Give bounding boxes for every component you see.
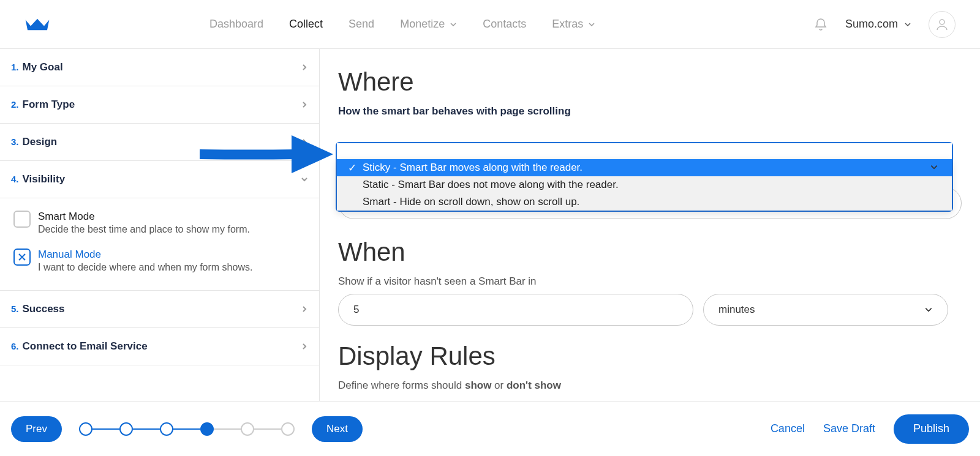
option-manual-mode[interactable]: Manual Mode I want to decide where and w… — [13, 249, 306, 273]
svg-point-0 — [940, 20, 944, 24]
user-avatar[interactable] — [929, 11, 956, 38]
chevron-down-icon — [588, 21, 595, 28]
cancel-button[interactable]: Cancel — [771, 422, 805, 435]
chevron-down-icon — [924, 305, 933, 314]
save-draft-button[interactable]: Save Draft — [823, 422, 875, 435]
prev-button[interactable]: Prev — [11, 416, 62, 442]
publish-button[interactable]: Publish — [894, 414, 969, 444]
where-label: How the smart bar behaves with page scro… — [338, 105, 962, 118]
visibility-options: Smart Mode Decide the best time and plac… — [0, 198, 319, 291]
nav-monetize[interactable]: Monetize — [400, 18, 457, 31]
progress-indicator — [79, 422, 295, 436]
dropdown-option-smart[interactable]: Smart - Hide on scroll down, show on scr… — [337, 193, 952, 211]
progress-step-1[interactable] — [79, 422, 92, 436]
display-rules-heading: Display Rules — [338, 342, 962, 371]
when-heading: When — [338, 237, 962, 267]
notifications-bell-icon[interactable] — [813, 17, 828, 32]
step-success[interactable]: 5.Success — [0, 291, 319, 328]
nav-extras[interactable]: Extras — [552, 18, 595, 31]
content-panel: Where How the smart bar behaves with pag… — [320, 49, 980, 401]
step-form-type[interactable]: 2.Form Type — [0, 86, 319, 124]
nav-dashboard[interactable]: Dashboard — [209, 18, 263, 31]
chevron-down-icon — [904, 21, 911, 28]
next-button[interactable]: Next — [312, 416, 363, 442]
step-design[interactable]: 3.Design — [0, 124, 319, 161]
chevron-right-icon — [301, 101, 308, 108]
progress-step-5[interactable] — [241, 422, 254, 436]
main: 1.My Goal 2.Form Type 3.Design 4.Visibil… — [0, 49, 980, 401]
bottom-bar: Prev Next Cancel Save Draft Publish — [0, 401, 980, 456]
nav-send[interactable]: Send — [349, 18, 374, 31]
option-smart-mode[interactable]: Smart Mode Decide the best time and plac… — [13, 211, 306, 235]
dropdown-option-sticky[interactable]: Sticky - Smart Bar moves along with the … — [337, 159, 952, 176]
chevron-right-icon — [301, 343, 308, 350]
x-icon — [18, 253, 26, 261]
step-my-goal[interactable]: 1.My Goal — [0, 49, 319, 86]
frequency-unit-select[interactable]: minutes — [703, 294, 948, 326]
when-label: Show if a visitor hasn't seen a Smart Ba… — [338, 275, 962, 288]
checkbox-checked[interactable] — [13, 249, 31, 266]
display-rules-desc: Define where forms should show or don't … — [338, 379, 962, 392]
chevron-down-icon — [450, 21, 457, 28]
progress-step-6[interactable] — [281, 422, 295, 436]
progress-step-2[interactable] — [119, 422, 133, 436]
chevron-right-icon — [301, 64, 308, 71]
behavior-dropdown-open: Sticky - Smart Bar moves along with the … — [336, 142, 953, 212]
chevron-right-icon — [301, 305, 308, 313]
site-switcher[interactable]: Sumo.com — [845, 18, 911, 31]
progress-step-4-current[interactable] — [200, 422, 214, 436]
nav-contacts[interactable]: Contacts — [483, 18, 526, 31]
chevron-down-icon — [301, 176, 308, 183]
person-icon — [935, 17, 949, 32]
where-heading: Where — [338, 67, 962, 97]
step-connect-email[interactable]: 6.Connect to Email Service — [0, 328, 319, 365]
dropdown-option-static[interactable]: Static - Smart Bar does not move along w… — [337, 176, 952, 193]
chevron-down-icon[interactable] — [930, 163, 938, 171]
step-visibility[interactable]: 4.Visibility — [0, 161, 319, 198]
frequency-value-input[interactable]: 5 — [338, 294, 693, 326]
nav-collect[interactable]: Collect — [289, 18, 323, 31]
sidebar: 1.My Goal 2.Form Type 3.Design 4.Visibil… — [0, 49, 320, 401]
logo-crown-icon — [24, 17, 50, 32]
progress-step-3[interactable] — [160, 422, 173, 436]
chevron-right-icon — [301, 138, 308, 146]
checkbox-unchecked[interactable] — [13, 211, 31, 228]
top-nav: Dashboard Collect Send Monetize Contacts… — [0, 0, 980, 49]
